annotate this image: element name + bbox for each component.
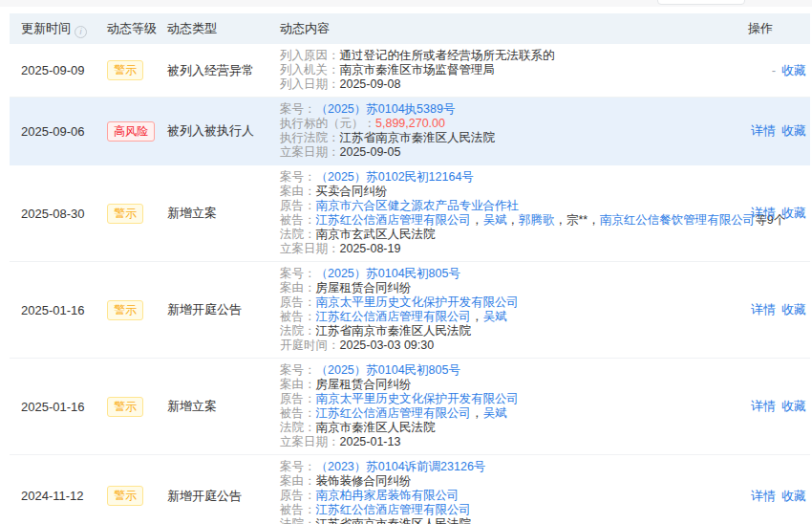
entity-link[interactable]: 江苏红公信酒店管理有限公司 (316, 213, 472, 227)
entity-link[interactable]: 江苏红公信酒店管理有限公司 (316, 310, 472, 323)
dynamic-monitor-panel: 更新时间i 动态等级 动态类型 动态内容 操作 2025-09-09 警示 被列… (0, 0, 812, 524)
favorite-link[interactable]: 收藏 (781, 489, 806, 503)
content-line: 法院：南京市秦淮区人民法院 (280, 421, 736, 435)
entity-link[interactable]: 吴斌 (483, 310, 507, 323)
actions-cell: 详情收藏 (736, 398, 810, 415)
col-header-update-time: 更新时间i (10, 20, 107, 38)
level-cell: 警示 (107, 204, 167, 224)
entity-link[interactable]: 江苏红公信酒店管理有限公司 (316, 406, 472, 420)
field-value: 买卖合同纠纷 (316, 185, 388, 198)
entity-link[interactable]: 南京太平里历史文化保护开发有限公司 (316, 295, 520, 309)
type-cell: 被列入被执行人 (167, 122, 280, 140)
field-label: 原告： (280, 489, 316, 502)
field-value: 江苏省南京市秦淮区人民法院 (316, 517, 472, 524)
content-line: 法院：南京市玄武区人民法院 (280, 228, 736, 242)
level-cell: 警示 (107, 397, 167, 417)
favorite-link[interactable]: 收藏 (781, 302, 806, 317)
table-body: 2025-09-09 警示 被列入经营异常 列入原因：通过登记的住所或者经营场所… (10, 44, 810, 524)
content-cell: 案号：（2025）苏0104民初805号案由：房屋租赁合同纠纷原告：南京太平里历… (280, 359, 736, 454)
field-value: 南京市秦淮区人民法院 (316, 421, 436, 434)
actions-cell: 详情收藏 (736, 488, 810, 505)
entity-link[interactable]: 南京红公信餐饮管理有限公司 (600, 213, 756, 227)
actions-cell: 详情收藏 (736, 301, 810, 318)
table-row: 2024-11-12 警示 新增开庭公告 案号：（2023）苏0104诉前调23… (10, 455, 810, 524)
info-icon[interactable]: i (75, 26, 87, 38)
entity-link[interactable]: 吴斌 (483, 213, 507, 227)
favorite-link[interactable]: 收藏 (781, 63, 806, 77)
content-line: 案号：（2023）苏0104诉前调23126号 (280, 460, 736, 474)
field-value: ， (588, 213, 600, 227)
entity-link[interactable]: 郭腾歌 (519, 213, 555, 227)
content-line: 开庭时间：2025-03-03 09:30 (280, 338, 736, 353)
content-line: 案由：买卖合同纠纷 (280, 185, 736, 199)
field-label: 案号： (280, 267, 316, 280)
update-time-cell: 2025-01-16 (10, 303, 107, 317)
content-line: 案号：（2025）苏0104执5389号 (280, 102, 736, 117)
level-badge: 警示 (107, 204, 143, 224)
field-value: 南京市玄武区人民法院 (316, 228, 436, 241)
content-line: 案号：（2025）苏0102民初12164号 (280, 170, 736, 185)
detail-link[interactable]: 详情 (751, 123, 776, 138)
favorite-link[interactable]: 收藏 (781, 399, 806, 413)
content-line: 原告：南京太平里历史文化保护开发有限公司 (280, 295, 736, 310)
field-label: 案号： (280, 460, 316, 473)
field-value: 2025-03-03 09:30 (340, 338, 435, 352)
entity-link[interactable]: （2023）苏0104诉前调23126号 (316, 460, 486, 473)
field-value: 南京市秦淮区市场监督管理局 (340, 63, 496, 76)
field-value: 房屋租赁合同纠纷 (316, 281, 412, 295)
type-cell: 新增立案 (167, 205, 280, 222)
field-label: 立案日期： (280, 242, 340, 255)
detail-link[interactable]: 详情 (751, 302, 776, 317)
content-line: 法院：江苏省南京市秦淮区人民法院 (280, 324, 736, 338)
entity-link[interactable]: 南京市六合区健之源农产品专业合作社 (316, 199, 520, 212)
field-label: 法院： (280, 517, 316, 524)
content-line: 原告：南京太平里历史文化保护开发有限公司 (280, 392, 736, 406)
field-value: 5,899,270.00 (375, 117, 445, 130)
detail-link[interactable]: 详情 (751, 399, 776, 413)
col-header-update-time-label: 更新时间 (21, 21, 71, 35)
content-line: 法院：江苏省南京市秦淮区人民法院 (280, 517, 736, 524)
entity-link[interactable]: 南京太平里历史文化保护开发有限公司 (316, 392, 520, 405)
field-label: 案号： (280, 102, 316, 116)
detail-link[interactable]: 详情 (751, 206, 776, 220)
field-label: 列入日期： (280, 77, 340, 91)
type-cell: 被列入经营异常 (167, 62, 280, 79)
field-value: ， (507, 213, 520, 227)
col-header-level: 动态等级 (107, 20, 167, 37)
field-value: 2025-09-08 (340, 77, 401, 91)
content-line: 列入机关：南京市秦淮区市场监督管理局 (280, 63, 736, 77)
field-value: 2025-01-13 (340, 435, 401, 448)
actions-cell: 详情收藏 (736, 205, 810, 222)
field-label: 执行标的（元）： (280, 117, 375, 130)
field-value: ， (471, 310, 483, 323)
field-label: 原告： (280, 392, 316, 405)
entity-link[interactable]: （2025）苏0104民初805号 (316, 267, 460, 280)
content-line: 被告：江苏红公信酒店管理有限公司，吴斌，郭腾歌，宗**，南京红公信餐饮管理有限公… (280, 213, 736, 228)
favorite-link[interactable]: 收藏 (781, 206, 806, 220)
favorite-link[interactable]: 收藏 (781, 123, 806, 138)
detail-link[interactable]: 详情 (751, 489, 776, 503)
field-value: 江苏省南京市秦淮区人民法院 (340, 131, 496, 144)
field-label: 案号： (280, 363, 316, 377)
entity-link[interactable]: 南京柏冉家居装饰有限公司 (316, 489, 459, 502)
level-cell: 高风险 (107, 121, 167, 142)
field-label: 案号： (280, 170, 316, 184)
entity-link[interactable]: （2025）苏0104执5389号 (316, 102, 456, 116)
content-line: 列入原因：通过登记的住所或者经营场所无法联系的 (280, 49, 736, 63)
field-label: 案由： (280, 185, 316, 198)
field-value: 通过登记的住所或者经营场所无法联系的 (340, 49, 555, 62)
content-line: 原告：南京市六合区健之源农产品专业合作社 (280, 199, 736, 213)
field-label: 被告： (280, 310, 316, 323)
table-row: 2025-09-09 警示 被列入经营异常 列入原因：通过登记的住所或者经营场所… (10, 44, 810, 98)
content-line: 立案日期：2025-08-19 (280, 242, 736, 256)
update-time-cell: 2025-09-09 (10, 63, 107, 77)
entity-link[interactable]: 江苏红公信酒店管理有限公司 (316, 503, 472, 516)
entity-link[interactable]: （2025）苏0102民初12164号 (316, 170, 474, 184)
content-line: 被告：江苏红公信酒店管理有限公司，吴斌 (280, 310, 736, 324)
type-cell: 新增开庭公告 (167, 488, 280, 505)
field-value: 2025-09-05 (340, 145, 401, 159)
field-label: 案由： (280, 281, 316, 295)
entity-link[interactable]: 吴斌 (483, 406, 507, 420)
entity-link[interactable]: （2025）苏0104民初805号 (316, 363, 460, 377)
level-badge: 警示 (107, 397, 143, 417)
